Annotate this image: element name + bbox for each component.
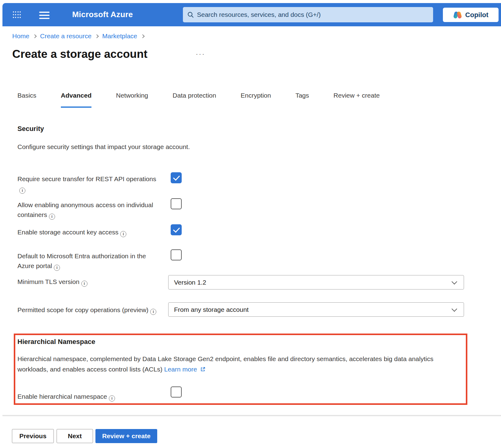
info-icon[interactable] — [19, 188, 25, 194]
search-icon — [187, 11, 194, 18]
entra-authorization-checkbox[interactable] — [171, 249, 182, 260]
copilot-button[interactable]: Copilot — [443, 8, 499, 22]
chevron-down-icon — [451, 306, 457, 312]
previous-button[interactable]: Previous — [12, 429, 54, 443]
enable-hierarchical-namespace-label: Enable hierarchical namespace — [17, 392, 159, 401]
info-icon[interactable] — [54, 265, 60, 271]
tab-tags[interactable]: Tags — [295, 92, 309, 108]
copy-scope-label: Permitted scope for copy operations (pre… — [17, 305, 159, 315]
entra-authorization-label: Default to Microsoft Entra authorization… — [17, 251, 159, 271]
info-icon[interactable] — [109, 395, 115, 401]
hamburger-menu-icon[interactable] — [39, 12, 50, 21]
info-icon[interactable] — [49, 214, 55, 220]
tab-advanced[interactable]: Advanced — [61, 92, 91, 108]
azure-portal-page: Microsoft Azure Copi — [0, 0, 501, 448]
breadcrumb: Home Create a resource Marketplace — [12, 32, 144, 40]
app-launcher-icon[interactable] — [12, 10, 21, 19]
tab-networking[interactable]: Networking — [116, 92, 148, 108]
top-bar: Microsoft Azure Copi — [2, 3, 501, 26]
hierarchical-namespace-heading: Hierarchical Namespace — [17, 338, 95, 346]
tls-version-label: Minimum TLS version — [17, 277, 159, 287]
footer-divider — [2, 415, 501, 416]
anonymous-access-label: Allow enabling anonymous access on indiv… — [17, 200, 159, 220]
secure-transfer-label: Require secure transfer for REST API ope… — [17, 174, 159, 194]
anonymous-access-checkbox[interactable] — [171, 198, 182, 209]
chevron-down-icon — [451, 279, 457, 284]
chevron-right-icon — [141, 34, 145, 38]
learn-more-link[interactable]: Learn more — [164, 366, 197, 373]
info-icon[interactable] — [81, 281, 87, 287]
enable-hierarchical-namespace-checkbox[interactable] — [171, 386, 182, 398]
secure-transfer-checkbox[interactable] — [171, 172, 182, 183]
info-icon[interactable] — [120, 231, 126, 237]
tab-basics[interactable]: Basics — [17, 92, 36, 108]
global-search[interactable] — [183, 7, 433, 22]
security-heading: Security — [17, 125, 44, 133]
tab-review-create[interactable]: Review + create — [333, 92, 380, 108]
app-title: Microsoft Azure — [72, 10, 133, 19]
copilot-icon — [453, 10, 462, 20]
search-input[interactable] — [197, 11, 429, 18]
wizard-tabs: Basics Advanced Networking Data protecti… — [17, 92, 380, 108]
breadcrumb-create-a-resource[interactable]: Create a resource — [40, 32, 91, 40]
chevron-right-icon — [95, 34, 99, 38]
tls-version-value: Version 1.2 — [174, 279, 206, 286]
tab-data-protection[interactable]: Data protection — [173, 92, 216, 108]
breadcrumb-home[interactable]: Home — [12, 32, 29, 40]
more-options-icon[interactable]: ··· — [196, 50, 205, 58]
copy-scope-dropdown[interactable]: From any storage account — [168, 302, 464, 317]
key-access-label: Enable storage account key access — [17, 227, 159, 237]
breadcrumb-marketplace[interactable]: Marketplace — [102, 32, 137, 40]
next-button[interactable]: Next — [57, 429, 93, 443]
review-create-button[interactable]: Review + create — [95, 429, 157, 443]
security-description: Configure security settings that impact … — [17, 142, 190, 152]
external-link-icon — [200, 367, 205, 372]
copilot-label: Copilot — [465, 11, 488, 19]
tab-encryption[interactable]: Encryption — [241, 92, 271, 108]
key-access-checkbox[interactable] — [171, 224, 182, 235]
hierarchical-namespace-description: Hierarchical namespace, complemented by … — [17, 354, 446, 375]
chevron-right-icon — [33, 34, 37, 38]
copy-scope-value: From any storage account — [174, 306, 249, 313]
tls-version-dropdown[interactable]: Version 1.2 — [168, 275, 464, 289]
info-icon[interactable] — [150, 309, 156, 315]
page-title: Create a storage account — [12, 48, 147, 61]
